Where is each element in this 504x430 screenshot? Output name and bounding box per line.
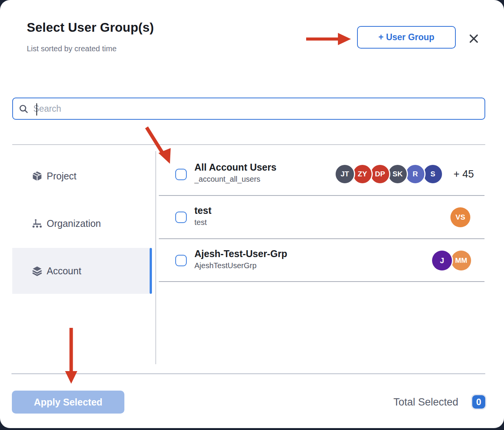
sort-hint-text: List sorted by created time xyxy=(27,44,117,53)
sidebar-item-project[interactable]: Project xyxy=(12,164,152,188)
avatar-group: JT ZY DP SK R S xyxy=(336,165,442,183)
annotation-arrow-checkbox xyxy=(142,124,177,168)
avatar: SK xyxy=(388,165,407,183)
screen: Select User Group(s) List sorted by crea… xyxy=(0,0,504,430)
group-id: test xyxy=(194,218,207,227)
group-name: All Account Users xyxy=(194,162,276,173)
group-name: Ajesh-Test-User-Grp xyxy=(194,248,287,259)
sidebar-item-label: Project xyxy=(47,171,77,182)
org-chart-icon xyxy=(31,218,44,229)
layers-icon xyxy=(31,265,44,277)
avatar: J xyxy=(432,251,452,270)
sidebar-item-label: Organization xyxy=(47,218,101,229)
avatar-overflow-count: + 45 xyxy=(453,168,474,180)
annotation-arrow-apply xyxy=(64,326,79,386)
row-divider xyxy=(159,281,484,282)
avatar: R xyxy=(406,165,424,183)
search-input[interactable] xyxy=(29,98,484,119)
search-box xyxy=(12,98,485,120)
sidebar-item-organization[interactable]: Organization xyxy=(12,212,152,235)
group-checkbox[interactable] xyxy=(175,169,187,180)
page-title: Select User Group(s) xyxy=(27,20,154,35)
avatar: S xyxy=(424,165,442,183)
text-cursor xyxy=(36,103,37,116)
group-id: _account_all_users xyxy=(194,175,260,184)
avatar: MM xyxy=(451,251,471,270)
group-name: test xyxy=(194,205,211,216)
avatar: DP xyxy=(371,165,389,183)
sidebar-item-label: Account xyxy=(47,265,81,277)
row-divider xyxy=(159,195,484,196)
header-divider xyxy=(12,144,485,145)
select-user-group-modal: Select User Group(s) List sorted by crea… xyxy=(0,0,504,428)
apply-selected-button[interactable]: Apply Selected xyxy=(12,391,124,414)
sidebar-list-divider xyxy=(155,151,156,364)
avatar: JT xyxy=(336,165,354,183)
close-button[interactable] xyxy=(465,30,482,47)
total-selected-badge: 0 xyxy=(472,395,485,409)
group-id: AjeshTestUserGrp xyxy=(194,261,256,270)
add-user-group-button[interactable]: + User Group xyxy=(357,26,456,49)
annotation-arrow-add-group xyxy=(304,30,354,48)
sidebar-item-account[interactable]: Account xyxy=(12,259,152,283)
group-checkbox[interactable] xyxy=(175,255,187,266)
group-checkbox[interactable] xyxy=(175,212,187,223)
avatar: VS xyxy=(450,207,470,227)
close-icon xyxy=(468,33,480,45)
cube-icon xyxy=(31,170,44,182)
search-icon xyxy=(18,104,29,114)
footer-divider xyxy=(11,373,485,374)
row-divider xyxy=(159,238,484,239)
avatar: ZY xyxy=(353,165,372,183)
total-selected-label: Total Selected xyxy=(393,396,458,408)
